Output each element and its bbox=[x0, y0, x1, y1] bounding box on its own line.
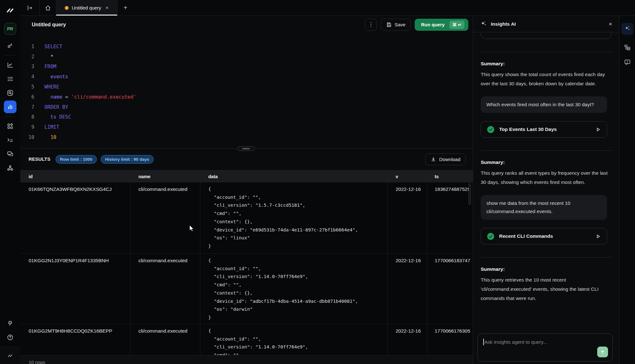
send-button[interactable] bbox=[597, 347, 608, 357]
run-suggestion-button[interactable] bbox=[595, 233, 601, 239]
run-query-button[interactable]: Run query ⌘ ↵ bbox=[415, 19, 468, 31]
webhook-icon[interactable] bbox=[4, 162, 17, 174]
feedback-icon[interactable] bbox=[621, 56, 633, 68]
line-number: 9 bbox=[20, 124, 34, 130]
check-circle-icon bbox=[487, 232, 495, 240]
query-workspace: Untitled query ⋮ Save Run query ⌘ ↵ 1SEL… bbox=[20, 16, 473, 364]
editor-line[interactable]: 8 ts DESC bbox=[20, 112, 473, 122]
editor-line[interactable]: 7ORDER BY bbox=[20, 102, 473, 112]
user-message-bubble: show me data from the most recent 10 cli… bbox=[481, 195, 607, 220]
chart-line-icon[interactable] bbox=[4, 59, 17, 71]
column-header-data[interactable]: data bbox=[208, 171, 218, 183]
cell-data-json: { "account_id": "", "cli_version": "1.14… bbox=[208, 327, 308, 355]
insights-close-icon[interactable]: × bbox=[609, 21, 612, 28]
cell-v: 2022-12-16 bbox=[396, 328, 421, 334]
tree-icon[interactable] bbox=[621, 41, 633, 53]
play-icon bbox=[595, 233, 601, 239]
insights-panel: Insights AI × Summary:This query shows t… bbox=[473, 16, 619, 364]
tab-bar: Untitled query × + bbox=[20, 0, 635, 16]
line-number: 3 bbox=[20, 64, 34, 69]
editor-line[interactable]: 6 name = 'cli/command.executed' bbox=[20, 92, 473, 102]
search-box-icon[interactable] bbox=[4, 87, 17, 99]
row-limit-badge[interactable]: Row limit : 1000 bbox=[56, 155, 97, 164]
insights-input[interactable]: Ask insights agent to query... bbox=[478, 334, 613, 361]
cell-ts: 1770066176305 bbox=[435, 328, 472, 334]
download-button[interactable]: Download bbox=[425, 153, 466, 165]
editor-line[interactable]: 10 10 bbox=[20, 132, 473, 142]
query-title: Untitled query bbox=[32, 22, 66, 28]
suggested-query-card[interactable]: Recent CLI Commands bbox=[481, 228, 607, 244]
suggested-query-card[interactable]: Top Events Last 30 Days bbox=[481, 121, 607, 138]
terminal-icon[interactable] bbox=[4, 134, 17, 146]
summary-heading: Summary: bbox=[481, 266, 612, 272]
run-suggestion-button[interactable] bbox=[595, 127, 601, 133]
bottom-logo-icon bbox=[0, 347, 20, 364]
left-sidebar: PR bbox=[0, 0, 20, 364]
text-caret bbox=[483, 339, 484, 345]
workspace-badge[interactable]: PR bbox=[4, 23, 16, 35]
table-header-row: idnamedatavts bbox=[20, 170, 473, 182]
save-button[interactable]: Save bbox=[381, 19, 411, 31]
editor-line[interactable]: 3FROM bbox=[20, 62, 473, 72]
line-number: 8 bbox=[20, 114, 34, 120]
column-header-v[interactable]: v bbox=[396, 171, 398, 183]
cell-v: 2022-12-16 bbox=[396, 186, 421, 192]
help-icon[interactable] bbox=[4, 331, 17, 344]
table-row[interactable]: 01KGG2N1J3Y0ENP1R4F1335BNHcli/command.ex… bbox=[20, 254, 473, 324]
tab-untitled-query[interactable]: Untitled query × bbox=[56, 0, 117, 16]
home-button[interactable] bbox=[40, 0, 56, 16]
sparkles-icon bbox=[480, 21, 487, 28]
row-count: 10 rows bbox=[29, 360, 473, 364]
sidebar-divider bbox=[4, 116, 16, 117]
editor-line[interactable]: 9LIMIT bbox=[20, 122, 473, 132]
editor-line[interactable]: 5WHERE bbox=[20, 82, 473, 92]
bar-chart-icon[interactable] bbox=[4, 101, 17, 113]
chat-icon[interactable] bbox=[4, 148, 17, 160]
expand-sidebar-button[interactable] bbox=[20, 0, 40, 16]
table-row[interactable]: 01K66TQNZA3WFBQ8XN2KXSG4CJcli/command.ex… bbox=[20, 182, 473, 254]
tab-close-icon[interactable]: × bbox=[106, 5, 109, 11]
more-options-button[interactable]: ⋮ bbox=[365, 19, 377, 31]
editor-line[interactable]: 4 events bbox=[20, 72, 473, 82]
section-divider bbox=[481, 52, 612, 52]
right-rail bbox=[619, 16, 635, 364]
summary-text: This query shows the total count of even… bbox=[481, 70, 612, 88]
line-number: 6 bbox=[20, 94, 34, 100]
play-icon bbox=[595, 127, 601, 133]
column-header-id[interactable]: id bbox=[29, 171, 33, 183]
tab-label: Untitled query bbox=[72, 5, 101, 10]
column-header-ts[interactable]: ts bbox=[435, 171, 439, 183]
history-limit-badge[interactable]: History limit : 90 days bbox=[101, 155, 154, 164]
cell-name: cli/command.executed bbox=[138, 328, 187, 334]
key-icon[interactable] bbox=[4, 39, 17, 52]
sparkles-icon[interactable] bbox=[621, 23, 633, 35]
line-number: 5 bbox=[20, 84, 34, 90]
run-shortcut-badge: ⌘ ↵ bbox=[449, 21, 465, 29]
column-header-name[interactable]: name bbox=[138, 171, 150, 183]
save-icon bbox=[386, 22, 392, 28]
cell-ts: 1836274887529 bbox=[435, 186, 472, 192]
cell-data-json: { "account_id": "", "cli_version": "1.5.… bbox=[208, 185, 358, 250]
new-tab-button[interactable]: + bbox=[117, 0, 133, 16]
download-icon bbox=[431, 156, 436, 162]
filters-icon[interactable] bbox=[4, 73, 17, 85]
editor-line[interactable]: 2 * bbox=[20, 52, 473, 62]
cell-v: 2022-12-16 bbox=[396, 258, 421, 263]
insights-title: Insights AI bbox=[491, 21, 516, 27]
summary-text: This query ranks all event types by freq… bbox=[481, 168, 612, 187]
insights-input-placeholder: Ask insights agent to query... bbox=[485, 339, 547, 345]
summary-heading: Summary: bbox=[481, 61, 612, 67]
apps-icon[interactable] bbox=[4, 120, 17, 133]
insights-header: Insights AI × bbox=[473, 16, 619, 32]
cell-id: 01KGG2MT9H8H8CCDQ0ZK16BEPP bbox=[29, 328, 112, 334]
summary-heading: Summary: bbox=[481, 159, 612, 165]
unsaved-dot-icon bbox=[65, 6, 69, 10]
app-logo-icon bbox=[5, 6, 16, 16]
editor-line[interactable]: 1SELECT bbox=[20, 42, 473, 52]
plug-icon[interactable] bbox=[4, 317, 17, 330]
results-scrollbar[interactable] bbox=[469, 183, 471, 205]
cell-ts: 1770066183747 bbox=[435, 258, 472, 263]
table-row[interactable]: 01KGG2MT9H8H8CCDQ0ZK16BEPPcli/command.ex… bbox=[20, 324, 473, 355]
sql-editor[interactable]: 1SELECT2 *3FROM4 events5WHERE6 name = 'c… bbox=[20, 33, 473, 148]
arrow-up-icon bbox=[600, 349, 605, 355]
